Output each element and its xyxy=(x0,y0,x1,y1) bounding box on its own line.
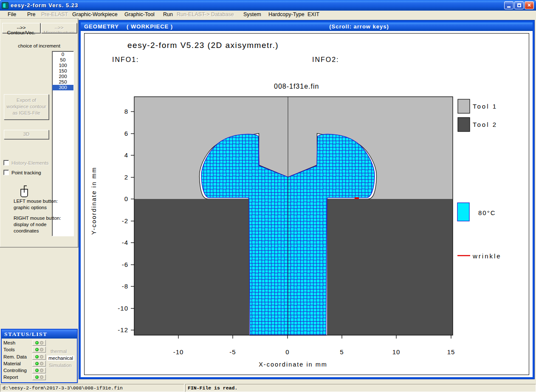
menu-exit[interactable]: EXIT xyxy=(307,11,319,17)
green-led-icon xyxy=(35,369,39,372)
tool2-region-left xyxy=(134,199,249,335)
contour-vec-button[interactable]: -->> Contour/Vec. xyxy=(2,23,40,33)
menu-hardcopy-type[interactable]: Hardcopy-Type xyxy=(268,11,305,17)
menu-graphic-workpiece[interactable]: Graphic-Workpiece xyxy=(72,11,118,17)
status-row-controlling: Controlling xyxy=(3,368,27,373)
export-label-line1: Export of xyxy=(4,97,48,104)
status-row-report: Report xyxy=(3,375,18,380)
close-button[interactable]: ✕ xyxy=(525,1,534,9)
minimize-icon xyxy=(507,6,511,8)
legend-tool2-label: Tool 2 xyxy=(473,121,497,128)
increment-listbox[interactable]: 0 50 100 150 200 250 300 xyxy=(52,51,74,236)
gray-led-icon xyxy=(40,348,43,351)
green-led-icon xyxy=(35,362,39,365)
mouse-icon xyxy=(18,183,31,199)
history-elements-label: History-Elements xyxy=(11,160,49,165)
statusbar-message: FIN-File is read. xyxy=(185,384,536,392)
wrinkle-mark xyxy=(355,197,359,199)
menu-graphic-tool[interactable]: Graphic-Tool xyxy=(124,11,155,17)
gray-led-icon xyxy=(40,355,43,358)
list-item[interactable]: 250 xyxy=(52,79,73,85)
gray-led-icon xyxy=(40,375,43,379)
svg-text:2: 2 xyxy=(124,174,128,181)
close-icon: ✕ xyxy=(527,3,531,8)
menu-run[interactable]: Run xyxy=(163,11,173,17)
green-led-icon xyxy=(35,355,39,358)
legend-temperature-label: 80°C xyxy=(478,209,496,216)
help-left-mouse-line1: LEFT mouse button: xyxy=(14,199,58,204)
export-label-line2: workpiece contour xyxy=(4,104,48,110)
legend-tool2-swatch xyxy=(458,118,470,132)
menu-system[interactable]: System xyxy=(243,11,261,17)
list-item[interactable]: 150 xyxy=(52,68,73,74)
menu-bar: File Pre Pre-ELAST Graphic-Workpiece Gra… xyxy=(0,11,536,19)
list-item[interactable]: 0 xyxy=(52,52,73,57)
rem-data-status-button[interactable] xyxy=(32,354,46,360)
x-axis-label: X-coordinate in mm xyxy=(259,361,327,368)
maximize-button[interactable] xyxy=(514,1,524,9)
green-led-icon xyxy=(35,375,39,379)
mode-simulation: Simulation xyxy=(49,363,72,368)
svg-text:5: 5 xyxy=(340,348,344,356)
svg-text:8: 8 xyxy=(124,108,128,115)
svg-text:-10: -10 xyxy=(118,305,128,312)
svg-text:-10: -10 xyxy=(173,348,184,356)
svg-text:10: 10 xyxy=(392,348,401,356)
status-list-panel: STATUS/LIST Mesh Tools Rem. Data Materia… xyxy=(1,329,78,383)
legend-tool1-label: Tool 1 xyxy=(473,103,497,110)
help-left-mouse-line2: graphic options xyxy=(14,205,47,210)
controlling-status-button[interactable] xyxy=(32,367,46,373)
maximize-icon xyxy=(517,3,521,7)
status-row-material: Material xyxy=(3,361,21,366)
title-bar: eesy-2-form Vers. 5.23 ✕ xyxy=(0,0,536,11)
tools-status-button[interactable] xyxy=(32,347,46,353)
plot-canvas[interactable]: eesy-2-form V5.23 (2D axisymmetr.) INFO1… xyxy=(81,31,533,377)
help-right-mouse-line1: RIGHT mouse button: xyxy=(14,216,61,221)
svg-text:-6: -6 xyxy=(122,261,128,268)
svg-text:0: 0 xyxy=(124,195,128,202)
gray-led-icon xyxy=(40,362,43,365)
material-status-button[interactable] xyxy=(32,361,46,367)
point-tracking-checkbox-row[interactable]: Point tracking xyxy=(3,170,41,175)
increment-label: choice of increment xyxy=(0,43,78,48)
minimize-button[interactable] xyxy=(504,1,513,9)
simulation-plot[interactable]: eesy-2-form V5.23 (2D axisymmetr.) INFO1… xyxy=(81,31,533,377)
point-tracking-checkbox[interactable] xyxy=(3,170,9,175)
list-item[interactable]: 50 xyxy=(52,57,73,63)
y-axis-ticks xyxy=(131,112,134,330)
3d-button: 3D xyxy=(4,130,49,139)
list-item[interactable]: 200 xyxy=(52,74,73,79)
list-item[interactable]: 100 xyxy=(52,63,73,68)
export-label-line3: as IGES-File xyxy=(4,110,48,116)
report-status-button[interactable] xyxy=(32,374,46,380)
statusbar-filepath: d:\eesy-2-form\2017-3-3\008\008-1f31e.fi… xyxy=(0,384,184,392)
point-tracking-label: Point tracking xyxy=(11,170,41,175)
list-item-selected[interactable]: 300 xyxy=(52,85,73,90)
menu-pre[interactable]: Pre xyxy=(27,11,35,17)
menu-pre-elast: Pre-ELAST xyxy=(41,11,68,17)
mesh-status-button[interactable] xyxy=(32,340,46,346)
status-row-mesh: Mesh xyxy=(3,340,15,345)
green-led-icon xyxy=(35,348,39,351)
history-elements-checkbox xyxy=(3,160,9,165)
x-axis-tick-labels: -10 -5 0 5 10 15 xyxy=(173,348,455,356)
microstructure-button: -->> Microstructure xyxy=(41,23,77,33)
svg-text:0: 0 xyxy=(285,348,289,356)
graph-header-title: GEOMETRY ( WORKPIECE ) xyxy=(84,23,173,30)
help-right-mouse-line2: display of node xyxy=(14,222,46,227)
plot-title: eesy-2-form V5.23 (2D axisymmetr.) xyxy=(127,41,279,50)
legend-wrinkle-label: wrinkle xyxy=(472,252,502,260)
svg-text:4: 4 xyxy=(124,151,128,159)
menu-file[interactable]: File xyxy=(8,11,16,17)
window-title: eesy-2-form Vers. 5.23 xyxy=(11,2,78,8)
export-iges-button: Export of workpiece contour as IGES-File xyxy=(4,94,49,120)
status-panel-title: STATUS/LIST xyxy=(2,330,77,339)
status-row-tools: Tools xyxy=(3,347,15,352)
info2-label: INFO2: xyxy=(312,56,339,63)
green-led-icon xyxy=(35,341,39,344)
gray-led-icon xyxy=(40,341,43,344)
plot-filename: 008-1f31e.fin xyxy=(274,83,319,90)
svg-text:15: 15 xyxy=(447,348,455,356)
history-elements-checkbox-row: History-Elements xyxy=(3,160,49,165)
graph-header-scroll-hint: (Scroll: arrow keys) xyxy=(329,23,389,30)
